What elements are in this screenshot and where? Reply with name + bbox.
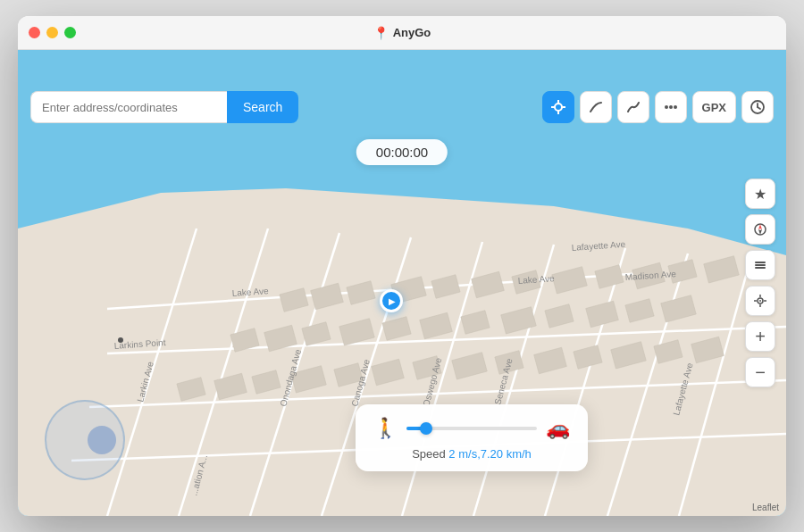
right-toolbar: GPX	[542, 91, 774, 123]
compass-icon	[753, 222, 767, 237]
app-title-text: AnyGo	[393, 26, 431, 39]
svg-point-73	[674, 105, 677, 109]
speed-icons-row: 🚶 🚗	[373, 417, 570, 440]
traffic-lights	[29, 27, 76, 38]
leaflet-attribution: Leaflet	[752, 503, 779, 512]
speed-text: Speed 2 m/s,7.20 km/h	[373, 447, 570, 461]
speed-value: 2 m/s,7.20 km/h	[448, 447, 531, 461]
multi-route-icon	[625, 99, 641, 115]
svg-rect-80	[755, 262, 766, 263]
zoom-out-button[interactable]: −	[745, 357, 775, 387]
search-button[interactable]: Search	[227, 91, 298, 123]
timer-badge: 00:00:00	[356, 139, 448, 165]
app-window: 📍 AnyGo	[18, 16, 786, 516]
speed-slider-thumb	[420, 422, 432, 435]
gpx-button[interactable]: GPX	[692, 91, 736, 123]
walk-icon: 🚶	[373, 417, 398, 440]
search-input[interactable]	[30, 91, 227, 123]
svg-point-71	[665, 105, 668, 109]
crosshair-icon	[550, 99, 566, 115]
maximize-button[interactable]	[64, 27, 76, 38]
svg-point-65	[118, 337, 123, 343]
svg-point-72	[669, 105, 673, 109]
svg-point-66	[555, 104, 562, 111]
route2-button[interactable]	[617, 91, 649, 123]
svg-rect-81	[755, 264, 766, 266]
layers-button[interactable]	[745, 250, 775, 280]
target-icon	[753, 294, 767, 308]
car-icon: 🚗	[546, 417, 570, 440]
speed-slider-fill	[406, 427, 426, 430]
app-title: 📍 AnyGo	[373, 26, 431, 40]
history-button[interactable]	[741, 91, 774, 123]
star-button[interactable]: ★	[745, 179, 775, 209]
map-container[interactable]: Lake Ave Lake Ave Madison Ave Lafayette …	[18, 50, 786, 516]
speed-slider-container[interactable]	[406, 427, 537, 430]
titlebar: 📍 AnyGo	[18, 16, 786, 50]
close-button[interactable]	[29, 27, 40, 38]
location-dot	[380, 289, 403, 312]
svg-point-84	[759, 300, 761, 302]
speed-slider-track	[406, 427, 537, 430]
compass-button[interactable]	[745, 214, 775, 245]
joystick[interactable]	[45, 400, 125, 480]
current-location-button[interactable]	[745, 286, 775, 316]
clock-icon	[750, 99, 766, 115]
svg-rect-82	[755, 267, 766, 269]
app-pin-icon: 📍	[373, 26, 389, 40]
speed-panel: 🚶 🚗 Speed 2 m/s,7.20 km/h	[356, 404, 588, 471]
map-right-buttons: ★	[745, 179, 775, 387]
dots-route-icon	[663, 99, 679, 115]
speed-label: Speed	[412, 447, 448, 461]
search-area: Search	[30, 91, 298, 123]
curve-route-icon	[588, 99, 604, 115]
joystick-outer	[45, 400, 125, 480]
zoom-in-button[interactable]: +	[745, 321, 775, 352]
route1-button[interactable]	[580, 91, 612, 123]
minimize-button[interactable]	[46, 27, 58, 38]
dots-button[interactable]	[655, 91, 687, 123]
joystick-inner	[88, 426, 116, 454]
locate-button[interactable]	[542, 91, 574, 123]
layers-icon	[753, 258, 767, 272]
